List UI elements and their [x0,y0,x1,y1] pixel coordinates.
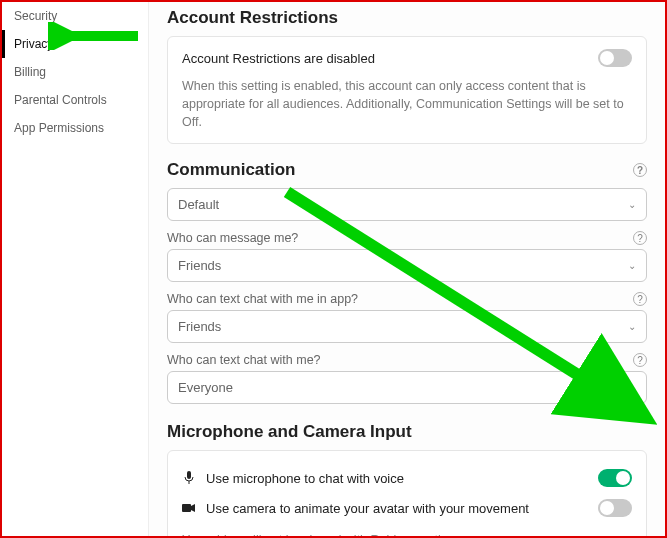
sidebar-item-label: App Permissions [14,121,104,135]
svg-rect-0 [187,471,191,479]
sidebar-item-label: Privacy [14,37,53,51]
sidebar-item-app-permissions[interactable]: App Permissions [2,114,148,142]
help-icon[interactable]: ? [633,163,647,177]
message-select[interactable]: Friends ⌄ [167,249,647,282]
sidebar-item-label: Billing [14,65,46,79]
main-panel: Account Restrictions Account Restriction… [149,2,665,536]
mic-toggle[interactable] [598,469,632,487]
inapp-chat-select[interactable]: Friends ⌄ [167,310,647,343]
mic-label: Use microphone to chat with voice [206,471,588,486]
microphone-icon [182,471,196,485]
sidebar-item-billing[interactable]: Billing [2,58,148,86]
sidebar-item-security[interactable]: Security [2,2,148,30]
select-value: Default [178,197,219,212]
mic-cam-card: Use microphone to chat with voice Use ca… [167,450,647,536]
app-frame: Security Privacy Billing Parental Contro… [0,0,667,538]
select-value: Everyone [178,380,233,395]
select-value: Friends [178,258,221,273]
chevron-down-icon: ⌄ [628,260,636,271]
restrictions-description: When this setting is enabled, this accou… [182,77,632,131]
chevron-down-icon: ⌄ [628,199,636,210]
account-restrictions-card: Account Restrictions are disabled When t… [167,36,647,144]
communication-default-select[interactable]: Default ⌄ [167,188,647,221]
help-icon[interactable]: ? [633,231,647,245]
account-restrictions-heading: Account Restrictions [167,8,647,28]
help-icon[interactable]: ? [633,292,647,306]
text-chat-field-label: Who can text chat with me? ? [167,353,647,367]
cam-label: Use camera to animate your avatar with y… [206,501,588,516]
message-field-label: Who can message me? ? [167,231,647,245]
mic-cam-heading: Microphone and Camera Input [167,422,647,442]
svg-rect-2 [182,504,191,512]
cam-toggle[interactable] [598,499,632,517]
chevron-down-icon: ⌄ [628,321,636,332]
restrictions-status-label: Account Restrictions are disabled [182,51,375,66]
sidebar-item-privacy[interactable]: Privacy [2,30,148,58]
sidebar-item-parental-controls[interactable]: Parental Controls [2,86,148,114]
camera-icon [182,503,196,513]
settings-sidebar: Security Privacy Billing Parental Contro… [2,2,149,536]
select-value: Friends [178,319,221,334]
mic-cam-note: Your video will not be shared with Roblo… [182,533,632,536]
sidebar-item-label: Security [14,9,57,23]
text-chat-select[interactable]: Everyone ⌄ [167,371,647,404]
sidebar-item-label: Parental Controls [14,93,107,107]
communication-heading: Communication ? [167,160,647,180]
help-icon[interactable]: ? [633,353,647,367]
restrictions-toggle[interactable] [598,49,632,67]
chevron-down-icon: ⌄ [628,382,636,393]
inapp-chat-field-label: Who can text chat with me in app? ? [167,292,647,306]
